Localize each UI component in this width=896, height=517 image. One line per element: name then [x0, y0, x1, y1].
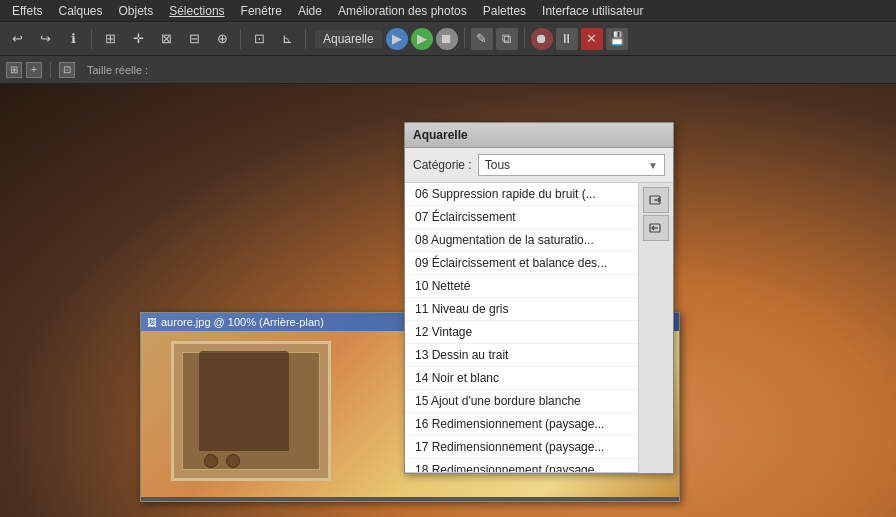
add-button[interactable]: ✛ — [125, 26, 151, 52]
panel-btn-save[interactable]: 💾 — [606, 28, 628, 50]
side-icon-2[interactable] — [643, 215, 669, 241]
script-panel: Aquarelle Catégorie : Tous ▼ 06 Suppress… — [404, 122, 674, 474]
small-grid2-btn[interactable]: ⊡ — [59, 62, 75, 78]
panel-btn-rec[interactable]: ⏺ — [531, 28, 553, 50]
menu-selections[interactable]: Sélections — [161, 2, 232, 20]
open-button[interactable]: ↪ — [32, 26, 58, 52]
menu-interface[interactable]: Interface utilisateur — [534, 2, 651, 20]
image-window-label: aurore.jpg @ 100% (Arrière-plan) — [161, 316, 324, 328]
settings-button[interactable]: ⊾ — [274, 26, 300, 52]
menu-objets[interactable]: Objets — [111, 2, 162, 20]
script-list: 06 Suppression rapide du bruit (... 07 É… — [405, 183, 638, 473]
sep-panel — [464, 28, 465, 48]
dot-1 — [204, 454, 218, 468]
menu-bar: Effets Calques Objets Sélections Fenêtre… — [0, 0, 896, 22]
separator-3 — [305, 29, 306, 49]
list-item[interactable]: 08 Augmentation de la saturatio... — [405, 229, 638, 252]
list-item[interactable]: 17 Redimensionnement (paysage... — [405, 436, 638, 459]
toolbar2-sep — [50, 62, 51, 78]
menu-palettes[interactable]: Palettes — [475, 2, 534, 20]
menu-fenetre[interactable]: Fenêtre — [233, 2, 290, 20]
side-icons — [638, 183, 673, 473]
grid-button[interactable]: ⊞ — [97, 26, 123, 52]
sep-panel2 — [524, 28, 525, 48]
list-item[interactable]: 18 Redimensionnement (paysage... — [405, 459, 638, 473]
menu-amelioration[interactable]: Amélioration des photos — [330, 2, 475, 20]
list-item[interactable]: 11 Niveau de gris — [405, 298, 638, 321]
list-item[interactable]: 10 Netteté — [405, 275, 638, 298]
panel-btn-stop[interactable]: ⏹ — [436, 28, 458, 50]
list-item[interactable]: 16 Redimensionnement (paysage... — [405, 413, 638, 436]
person-silhouette — [199, 351, 289, 451]
crop-button[interactable]: ⊡ — [246, 26, 272, 52]
category-value: Tous — [485, 158, 510, 172]
transform-button[interactable]: ⊠ — [153, 26, 179, 52]
small-plus-btn[interactable]: + — [26, 62, 42, 78]
separator-2 — [240, 29, 241, 49]
new-button[interactable]: ↩ — [4, 26, 30, 52]
panel-toolbar-area: Aquarelle ▶ ▶ ⏹ ✎ ⧉ ⏺ ⏸ ✕ 💾 — [315, 28, 628, 50]
list-item[interactable]: 12 Vintage — [405, 321, 638, 344]
list-item[interactable]: 09 Éclaircissement et balance des... — [405, 252, 638, 275]
panel-btn-play[interactable]: ▶ — [411, 28, 433, 50]
frame-dots — [204, 454, 240, 468]
list-item[interactable]: 07 Éclaircissement — [405, 206, 638, 229]
info-button[interactable]: ℹ — [60, 26, 86, 52]
panel-action-buttons: ▶ ▶ ⏹ ✎ ⧉ ⏺ ⏸ ✕ 💾 — [386, 28, 628, 50]
panel-btn-copy[interactable]: ⧉ — [496, 28, 518, 50]
toolbar2: ⊞ + ⊡ Taille réelle : — [0, 56, 896, 84]
image-icon: 🖼 — [147, 317, 157, 328]
category-row: Catégorie : Tous ▼ — [405, 148, 673, 183]
panel-btn-edit[interactable]: ✎ — [471, 28, 493, 50]
small-grid-btn[interactable]: ⊞ — [6, 62, 22, 78]
panel-title: Aquarelle — [413, 128, 468, 142]
menu-calques[interactable]: Calques — [50, 2, 110, 20]
main-area: 🖼 aurore.jpg @ 100% (Arrière-plan) ✦ ✦ ✦… — [0, 84, 896, 517]
category-label: Catégorie : — [413, 158, 472, 172]
list-item[interactable]: 06 Suppression rapide du bruit (... — [405, 183, 638, 206]
panel-btn-del[interactable]: ✕ — [581, 28, 603, 50]
panel-titlebar: Aquarelle — [405, 123, 673, 148]
panel-title-toolbar: Aquarelle — [315, 30, 382, 48]
zoom-out-button[interactable]: ⊟ — [181, 26, 207, 52]
list-item[interactable]: 13 Dessin au trait — [405, 344, 638, 367]
chevron-down-icon: ▼ — [648, 160, 658, 171]
list-area: 06 Suppression rapide du bruit (... 07 É… — [405, 183, 673, 473]
side-icon-1[interactable] — [643, 187, 669, 213]
dot-2 — [226, 454, 240, 468]
menu-aide[interactable]: Aide — [290, 2, 330, 20]
category-select[interactable]: Tous ▼ — [478, 154, 665, 176]
zoom-label: Taille réelle : — [87, 64, 148, 76]
menu-effets[interactable]: Effets — [4, 2, 50, 20]
panel-btn-pause[interactable]: ⏸ — [556, 28, 578, 50]
zoom-in-button[interactable]: ⊕ — [209, 26, 235, 52]
toolbar-left: ↩ ↪ ℹ ⊞ ✛ ⊠ ⊟ ⊕ ⊡ ⊾ — [4, 26, 309, 52]
list-item[interactable]: 14 Noir et blanc — [405, 367, 638, 390]
panel-btn-info[interactable]: ▶ — [386, 28, 408, 50]
list-item[interactable]: 15 Ajout d'une bordure blanche — [405, 390, 638, 413]
separator-1 — [91, 29, 92, 49]
main-toolbar: ↩ ↪ ℹ ⊞ ✛ ⊠ ⊟ ⊕ ⊡ ⊾ Aquarelle ▶ ▶ ⏹ ✎ ⧉ … — [0, 22, 896, 56]
